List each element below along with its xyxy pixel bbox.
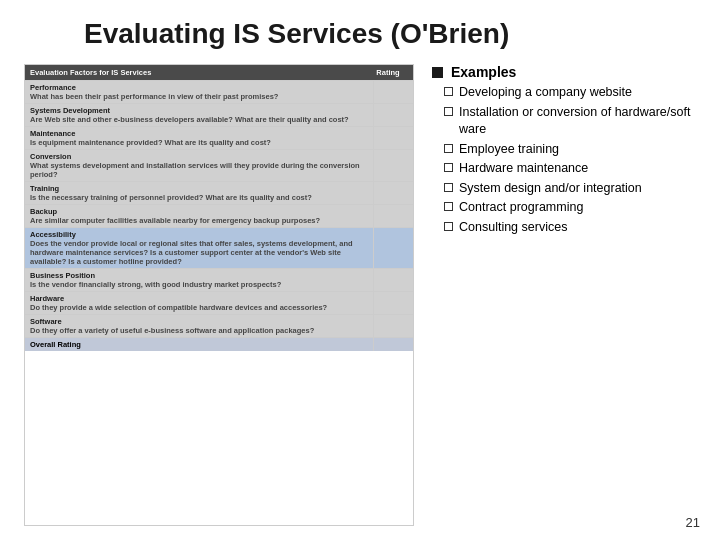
factor-cell: Overall Rating — [25, 338, 373, 351]
bullet-text: Hardware maintenance — [459, 160, 588, 178]
square-bullet-icon — [444, 202, 453, 211]
factor-desc: Are similar computer facilities availabl… — [30, 216, 368, 225]
factor-name: Systems Development — [30, 106, 368, 115]
col-header-factor: Evaluation Factors for IS Services — [30, 68, 368, 77]
factor-cell: Software Do they offer a variety of usef… — [25, 315, 373, 337]
factor-name: Backup — [30, 207, 368, 216]
factor-desc: What systems development and installatio… — [30, 161, 368, 179]
table-row-overall: Overall Rating — [25, 337, 413, 351]
rating-cell — [373, 150, 413, 181]
factor-cell: Backup Are similar computer facilities a… — [25, 205, 373, 227]
factor-desc: What has been their past performance in … — [30, 92, 368, 101]
factor-name: Software — [30, 317, 368, 326]
factor-cell: Training Is the necessary training of pe… — [25, 182, 373, 204]
factor-desc: Does the vendor provide local or regiona… — [30, 239, 368, 266]
factor-cell: Systems Development Are Web site and oth… — [25, 104, 373, 126]
factor-name: Conversion — [30, 152, 368, 161]
factor-name: Performance — [30, 83, 368, 92]
bullets-area: Examples Developing a company website In… — [432, 64, 696, 526]
table-row: Training Is the necessary training of pe… — [25, 181, 413, 204]
rating-cell — [373, 104, 413, 126]
bullet-text: Installation or conversion of hardware/s… — [459, 104, 696, 139]
table-header: Evaluation Factors for IS Services Ratin… — [25, 65, 413, 80]
rating-cell — [373, 315, 413, 337]
factor-name: Hardware — [30, 294, 368, 303]
factor-cell: Business Position Is the vendor financia… — [25, 269, 373, 291]
table-row: Maintenance Is equipment maintenance pro… — [25, 126, 413, 149]
factor-desc: Is the vendor financially strong, with g… — [30, 280, 368, 289]
factor-name: Overall Rating — [30, 340, 368, 349]
table-row: Backup Are similar computer facilities a… — [25, 204, 413, 227]
factor-name: Maintenance — [30, 129, 368, 138]
factor-name: Business Position — [30, 271, 368, 280]
bullet-text: Consulting services — [459, 219, 567, 237]
rating-cell — [373, 338, 413, 351]
rating-cell — [373, 182, 413, 204]
rating-cell — [373, 269, 413, 291]
square-bullet-icon — [444, 144, 453, 153]
rating-cell — [373, 81, 413, 103]
list-item: Developing a company website — [444, 84, 696, 102]
factor-cell: Maintenance Is equipment maintenance pro… — [25, 127, 373, 149]
list-item: Consulting services — [444, 219, 696, 237]
bullet-square-icon — [432, 67, 443, 78]
bullet-header: Examples — [432, 64, 696, 80]
list-item: Employee training — [444, 141, 696, 159]
square-bullet-icon — [444, 183, 453, 192]
col-header-rating: Rating — [368, 68, 408, 77]
table-row: Business Position Is the vendor financia… — [25, 268, 413, 291]
factor-name: Training — [30, 184, 368, 193]
page-number: 21 — [686, 515, 700, 530]
factor-cell: Performance What has been their past per… — [25, 81, 373, 103]
content-area: Evaluation Factors for IS Services Ratin… — [24, 64, 696, 526]
list-item: System design and/or integration — [444, 180, 696, 198]
table-row: Hardware Do they provide a wide selectio… — [25, 291, 413, 314]
square-bullet-icon — [444, 222, 453, 231]
list-item: Contract programming — [444, 199, 696, 217]
factor-desc: Do they provide a wide selection of comp… — [30, 303, 368, 312]
table-row: Software Do they offer a variety of usef… — [25, 314, 413, 337]
slide: Evaluating IS Services (O'Brien) Evaluat… — [0, 0, 720, 540]
list-item: Installation or conversion of hardware/s… — [444, 104, 696, 139]
bullet-list: Developing a company website Installatio… — [432, 84, 696, 238]
rating-cell — [373, 292, 413, 314]
bullet-text: System design and/or integration — [459, 180, 642, 198]
bullet-text: Developing a company website — [459, 84, 632, 102]
square-bullet-icon — [444, 163, 453, 172]
list-item: Hardware maintenance — [444, 160, 696, 178]
bullet-title: Examples — [451, 64, 516, 80]
bullet-text: Contract programming — [459, 199, 583, 217]
rating-cell — [373, 228, 413, 268]
table-row: Performance What has been their past per… — [25, 80, 413, 103]
square-bullet-icon — [444, 107, 453, 116]
factor-name: Accessibility — [30, 230, 368, 239]
factor-desc: Are Web site and other e-business develo… — [30, 115, 368, 124]
rating-cell — [373, 127, 413, 149]
factor-desc: Do they offer a variety of useful e-busi… — [30, 326, 368, 335]
table-row: Systems Development Are Web site and oth… — [25, 103, 413, 126]
square-bullet-icon — [444, 87, 453, 96]
factor-desc: Is equipment maintenance provided? What … — [30, 138, 368, 147]
rating-cell — [373, 205, 413, 227]
factor-cell: Accessibility Does the vendor provide lo… — [25, 228, 373, 268]
evaluation-table: Evaluation Factors for IS Services Ratin… — [24, 64, 414, 526]
factor-cell: Hardware Do they provide a wide selectio… — [25, 292, 373, 314]
slide-title: Evaluating IS Services (O'Brien) — [84, 18, 696, 50]
factor-desc: Is the necessary training of personnel p… — [30, 193, 368, 202]
table-row: Accessibility Does the vendor provide lo… — [25, 227, 413, 268]
table-row: Conversion What systems development and … — [25, 149, 413, 181]
bullet-text: Employee training — [459, 141, 559, 159]
factor-cell: Conversion What systems development and … — [25, 150, 373, 181]
